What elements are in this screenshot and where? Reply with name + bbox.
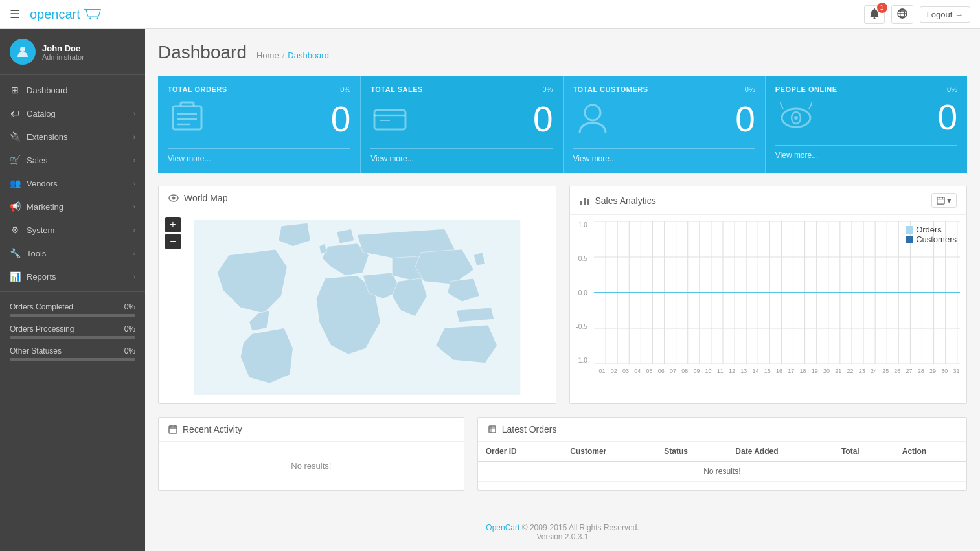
legend-customers: Customers (906, 234, 957, 244)
sidebar-item-label: Extensions (27, 132, 68, 142)
latest-orders-panel: Latest Orders Order ID Customer Status D… (477, 417, 967, 491)
stat-card-total-orders: TOTAL ORDERS 0% 0 View more... (158, 76, 360, 173)
sidebar-item-label: Tools (27, 249, 46, 258)
user-panel: John Doe Administrator (0, 29, 145, 75)
map-analytics-row: World Map + − (158, 186, 967, 404)
x-label: 06 (658, 368, 665, 374)
notification-button[interactable]: 1 (864, 5, 885, 24)
top-navbar: ☰ opencart 1 (0, 0, 980, 29)
stat-bar-bg (10, 314, 135, 317)
chevron-right-icon: › (133, 110, 135, 117)
svg-point-0 (89, 17, 91, 19)
chart-plot: Orders Customers (594, 221, 960, 366)
sidebar-item-vendors[interactable]: 👥 Vendors › (0, 172, 145, 195)
sidebar-item-tools[interactable]: 🔧 Tools › (0, 242, 145, 265)
analytics-heading: Sales Analytics ▾ (570, 186, 967, 215)
calendar-button[interactable]: ▾ (931, 193, 957, 208)
recent-activity-no-results: No results! (278, 448, 344, 484)
footer-opencart-link[interactable]: OpenCart (486, 523, 519, 532)
calendar-icon (937, 196, 945, 205)
stat-card-pct: 0% (543, 85, 553, 93)
map-zoom-in[interactable]: + (165, 217, 181, 232)
sidebar-item-system[interactable]: ⚙ System › (0, 218, 145, 242)
view-more-link[interactable]: View more... (573, 148, 755, 163)
stat-pct: 0% (124, 346, 135, 355)
x-label: 08 (681, 368, 688, 374)
chevron-right-icon: › (133, 180, 135, 187)
col-customer: Customer (562, 442, 656, 462)
breadcrumb-home[interactable]: Home (256, 51, 279, 60)
stat-pct: 0% (124, 302, 135, 311)
y-label: 0.0 (578, 289, 587, 297)
col-action: Action (895, 442, 966, 462)
sidebar-item-label: Reports (27, 272, 56, 282)
x-label: 19 (812, 368, 818, 374)
x-label: 25 (882, 368, 889, 374)
sidebar-item-reports[interactable]: 📊 Reports › (0, 265, 145, 288)
avatar (10, 39, 36, 65)
hamburger-icon[interactable]: ☰ (10, 7, 20, 21)
col-date-added: Date Added (727, 442, 834, 462)
navbar-right: 1 Logout → (864, 5, 970, 24)
svg-rect-25 (580, 201, 582, 205)
logout-button[interactable]: Logout → (920, 6, 970, 23)
sidebar-item-sales[interactable]: 🛒 Sales › (0, 148, 145, 172)
svg-rect-26 (584, 198, 586, 205)
stat-other-statuses: Other Statuses 0% (0, 343, 145, 365)
globe-icon (897, 8, 907, 19)
x-label: 27 (906, 368, 913, 374)
sidebar-item-label: Catalog (27, 109, 56, 118)
legend-customers-color (906, 236, 913, 243)
dashboard-icon: ⊞ (10, 85, 20, 95)
x-label: 22 (847, 368, 853, 374)
opencart-logo: opencart (30, 7, 103, 22)
people-online-icon (775, 100, 817, 135)
language-button[interactable] (891, 5, 913, 24)
x-label: 03 (622, 368, 629, 374)
x-label: 10 (705, 368, 712, 374)
logo-text: opencart (30, 7, 80, 22)
chevron-right-icon: › (133, 273, 135, 280)
y-axis: 1.0 0.5 0.0 -0.5 -1.0 (576, 221, 591, 364)
stat-bar-bg (10, 336, 135, 339)
view-more-link[interactable]: View more... (168, 148, 350, 163)
sidebar: John Doe Administrator ⊞ Dashboard 🏷 Cat… (0, 29, 145, 551)
sidebar-item-dashboard[interactable]: ⊞ Dashboard (0, 78, 145, 102)
nav-menu: ⊞ Dashboard 🏷 Catalog › 🔌 Extensions › (0, 75, 145, 291)
x-label: 17 (788, 368, 794, 374)
world-map-body: + − (159, 210, 556, 403)
chart-area: 1.0 0.5 0.0 -0.5 -1.0 (576, 221, 961, 366)
svg-point-21 (794, 116, 798, 120)
x-label: 02 (611, 368, 617, 374)
svg-rect-11 (173, 106, 201, 129)
y-label: -1.0 (576, 357, 587, 364)
orders-list-icon (488, 425, 497, 434)
sales-icon (370, 100, 409, 139)
x-label: 18 (799, 368, 806, 374)
sidebar-item-extensions[interactable]: 🔌 Extensions › (0, 125, 145, 148)
y-label: 0.5 (578, 255, 587, 262)
view-more-link[interactable]: View more... (775, 145, 957, 160)
stat-card-people-online: PEOPLE ONLINE 0% 0 View more... (765, 76, 967, 173)
world-map-panel: World Map + − (158, 186, 556, 404)
user-role: Administrator (42, 53, 84, 61)
recent-activity-body: No results! (159, 442, 464, 490)
chevron-right-icon: › (133, 227, 135, 234)
y-label: 1.0 (578, 221, 587, 229)
legend-customers-label: Customers (916, 234, 957, 244)
avatar-icon (15, 44, 30, 60)
chevron-right-icon: › (133, 157, 135, 164)
layout: John Doe Administrator ⊞ Dashboard 🏷 Cat… (0, 29, 980, 551)
view-more-link[interactable]: View more... (370, 148, 553, 163)
cart-icon (84, 8, 103, 20)
vendors-icon: 👥 (10, 178, 20, 188)
latest-orders-no-results: No results! (478, 462, 966, 482)
sidebar-item-marketing[interactable]: 📢 Marketing › (0, 195, 145, 218)
x-label: 15 (764, 368, 771, 374)
map-zoom-out[interactable]: − (165, 234, 181, 249)
sidebar-item-catalog[interactable]: 🏷 Catalog › (0, 102, 145, 125)
world-map-title: World Map (184, 193, 227, 203)
x-label: 30 (941, 368, 948, 374)
latest-orders-title: Latest Orders (502, 424, 557, 434)
col-status: Status (656, 442, 727, 462)
